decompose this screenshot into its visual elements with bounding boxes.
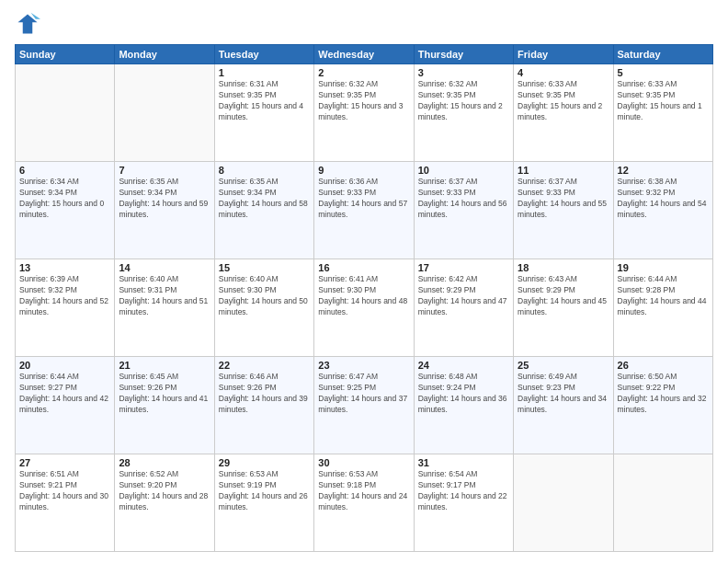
day-info: Sunrise: 6:45 AMSunset: 9:26 PMDaylight:…	[119, 372, 210, 416]
day-number: 28	[119, 457, 210, 468]
calendar-cell: 29Sunrise: 6:53 AMSunset: 9:19 PMDayligh…	[214, 454, 313, 552]
day-info: Sunrise: 6:35 AMSunset: 9:34 PMDaylight:…	[119, 177, 210, 221]
day-info: Sunrise: 6:38 AMSunset: 9:32 PMDaylight:…	[618, 177, 709, 221]
calendar-cell: 2Sunrise: 6:32 AMSunset: 9:35 PMDaylight…	[314, 64, 414, 162]
calendar-cell: 3Sunrise: 6:32 AMSunset: 9:35 PMDaylight…	[414, 64, 513, 162]
day-info: Sunrise: 6:31 AMSunset: 9:35 PMDaylight:…	[219, 79, 310, 123]
calendar-cell	[514, 454, 613, 552]
day-number: 12	[618, 165, 709, 176]
day-info: Sunrise: 6:52 AMSunset: 9:20 PMDaylight:…	[119, 469, 210, 513]
day-info: Sunrise: 6:53 AMSunset: 9:19 PMDaylight:…	[219, 469, 310, 513]
day-number: 7	[119, 165, 210, 176]
calendar-cell: 25Sunrise: 6:49 AMSunset: 9:23 PMDayligh…	[514, 357, 613, 454]
day-number: 20	[19, 360, 110, 371]
weekday-header-wednesday: Wednesday	[314, 45, 414, 64]
day-number: 16	[318, 262, 409, 273]
day-number: 9	[318, 165, 409, 176]
calendar-cell: 18Sunrise: 6:43 AMSunset: 9:29 PMDayligh…	[514, 259, 613, 357]
day-number: 13	[19, 262, 110, 273]
day-info: Sunrise: 6:36 AMSunset: 9:33 PMDaylight:…	[318, 177, 409, 221]
day-number: 22	[219, 360, 310, 371]
day-info: Sunrise: 6:40 AMSunset: 9:31 PMDaylight:…	[119, 274, 210, 318]
day-info: Sunrise: 6:44 AMSunset: 9:28 PMDaylight:…	[618, 274, 709, 318]
day-info: Sunrise: 6:53 AMSunset: 9:18 PMDaylight:…	[318, 469, 409, 513]
calendar-cell: 27Sunrise: 6:51 AMSunset: 9:21 PMDayligh…	[16, 454, 115, 552]
calendar-cell: 9Sunrise: 6:36 AMSunset: 9:33 PMDaylight…	[314, 162, 414, 259]
day-info: Sunrise: 6:50 AMSunset: 9:22 PMDaylight:…	[618, 372, 709, 416]
day-number: 4	[518, 67, 609, 78]
day-info: Sunrise: 6:33 AMSunset: 9:35 PMDaylight:…	[618, 79, 709, 123]
day-number: 23	[318, 360, 409, 371]
day-number: 8	[219, 165, 310, 176]
calendar-table: SundayMondayTuesdayWednesdayThursdayFrid…	[15, 44, 713, 552]
calendar-cell: 22Sunrise: 6:46 AMSunset: 9:26 PMDayligh…	[214, 357, 313, 454]
logo	[15, 11, 44, 37]
calendar-cell: 31Sunrise: 6:54 AMSunset: 9:17 PMDayligh…	[414, 454, 513, 552]
day-number: 27	[19, 457, 110, 468]
day-number: 25	[518, 360, 609, 371]
logo-icon	[15, 11, 40, 37]
calendar-cell: 19Sunrise: 6:44 AMSunset: 9:28 PMDayligh…	[613, 259, 712, 357]
calendar-week-2: 6Sunrise: 6:34 AMSunset: 9:34 PMDaylight…	[16, 162, 713, 259]
day-number: 1	[219, 67, 310, 78]
weekday-header-friday: Friday	[514, 45, 613, 64]
day-info: Sunrise: 6:54 AMSunset: 9:17 PMDaylight:…	[418, 469, 509, 513]
calendar-cell	[613, 454, 712, 552]
day-number: 3	[418, 67, 509, 78]
day-info: Sunrise: 6:32 AMSunset: 9:35 PMDaylight:…	[318, 79, 409, 123]
day-info: Sunrise: 6:41 AMSunset: 9:30 PMDaylight:…	[318, 274, 409, 318]
day-number: 2	[318, 67, 409, 78]
day-number: 19	[618, 262, 709, 273]
page: SundayMondayTuesdayWednesdayThursdayFrid…	[0, 0, 728, 563]
weekday-header-saturday: Saturday	[613, 45, 712, 64]
day-info: Sunrise: 6:32 AMSunset: 9:35 PMDaylight:…	[418, 79, 509, 123]
day-number: 14	[119, 262, 210, 273]
calendar-cell: 1Sunrise: 6:31 AMSunset: 9:35 PMDaylight…	[214, 64, 313, 162]
day-info: Sunrise: 6:35 AMSunset: 9:34 PMDaylight:…	[219, 177, 310, 221]
day-info: Sunrise: 6:51 AMSunset: 9:21 PMDaylight:…	[19, 469, 110, 513]
day-number: 6	[19, 165, 110, 176]
day-info: Sunrise: 6:37 AMSunset: 9:33 PMDaylight:…	[418, 177, 509, 221]
calendar-cell: 17Sunrise: 6:42 AMSunset: 9:29 PMDayligh…	[414, 259, 513, 357]
calendar-cell: 28Sunrise: 6:52 AMSunset: 9:20 PMDayligh…	[115, 454, 214, 552]
day-info: Sunrise: 6:34 AMSunset: 9:34 PMDaylight:…	[19, 177, 110, 221]
day-number: 30	[318, 457, 409, 468]
calendar-cell: 30Sunrise: 6:53 AMSunset: 9:18 PMDayligh…	[314, 454, 414, 552]
day-number: 11	[518, 165, 609, 176]
day-number: 21	[119, 360, 210, 371]
day-number: 18	[518, 262, 609, 273]
weekday-header-thursday: Thursday	[414, 45, 513, 64]
day-number: 26	[618, 360, 709, 371]
calendar-cell	[115, 64, 214, 162]
header	[15, 11, 713, 37]
calendar-cell: 20Sunrise: 6:44 AMSunset: 9:27 PMDayligh…	[16, 357, 115, 454]
calendar-cell: 8Sunrise: 6:35 AMSunset: 9:34 PMDaylight…	[214, 162, 313, 259]
calendar-cell: 14Sunrise: 6:40 AMSunset: 9:31 PMDayligh…	[115, 259, 214, 357]
day-info: Sunrise: 6:44 AMSunset: 9:27 PMDaylight:…	[19, 372, 110, 416]
day-info: Sunrise: 6:37 AMSunset: 9:33 PMDaylight:…	[518, 177, 609, 221]
calendar-cell: 21Sunrise: 6:45 AMSunset: 9:26 PMDayligh…	[115, 357, 214, 454]
calendar-cell: 26Sunrise: 6:50 AMSunset: 9:22 PMDayligh…	[613, 357, 712, 454]
day-info: Sunrise: 6:49 AMSunset: 9:23 PMDaylight:…	[518, 372, 609, 416]
calendar-cell: 5Sunrise: 6:33 AMSunset: 9:35 PMDaylight…	[613, 64, 712, 162]
calendar-header-row: SundayMondayTuesdayWednesdayThursdayFrid…	[16, 45, 713, 64]
day-info: Sunrise: 6:47 AMSunset: 9:25 PMDaylight:…	[318, 372, 409, 416]
calendar-cell: 12Sunrise: 6:38 AMSunset: 9:32 PMDayligh…	[613, 162, 712, 259]
day-info: Sunrise: 6:33 AMSunset: 9:35 PMDaylight:…	[518, 79, 609, 123]
day-info: Sunrise: 6:40 AMSunset: 9:30 PMDaylight:…	[219, 274, 310, 318]
day-number: 31	[418, 457, 509, 468]
svg-marker-1	[31, 13, 41, 19]
calendar-week-1: 1Sunrise: 6:31 AMSunset: 9:35 PMDaylight…	[16, 64, 713, 162]
day-number: 5	[618, 67, 709, 78]
day-number: 17	[418, 262, 509, 273]
calendar-cell: 24Sunrise: 6:48 AMSunset: 9:24 PMDayligh…	[414, 357, 513, 454]
calendar-cell: 15Sunrise: 6:40 AMSunset: 9:30 PMDayligh…	[214, 259, 313, 357]
calendar-cell: 13Sunrise: 6:39 AMSunset: 9:32 PMDayligh…	[16, 259, 115, 357]
weekday-header-tuesday: Tuesday	[214, 45, 313, 64]
calendar-week-5: 27Sunrise: 6:51 AMSunset: 9:21 PMDayligh…	[16, 454, 713, 552]
day-number: 24	[418, 360, 509, 371]
calendar-cell: 10Sunrise: 6:37 AMSunset: 9:33 PMDayligh…	[414, 162, 513, 259]
day-info: Sunrise: 6:43 AMSunset: 9:29 PMDaylight:…	[518, 274, 609, 318]
calendar-cell: 11Sunrise: 6:37 AMSunset: 9:33 PMDayligh…	[514, 162, 613, 259]
calendar-cell: 16Sunrise: 6:41 AMSunset: 9:30 PMDayligh…	[314, 259, 414, 357]
